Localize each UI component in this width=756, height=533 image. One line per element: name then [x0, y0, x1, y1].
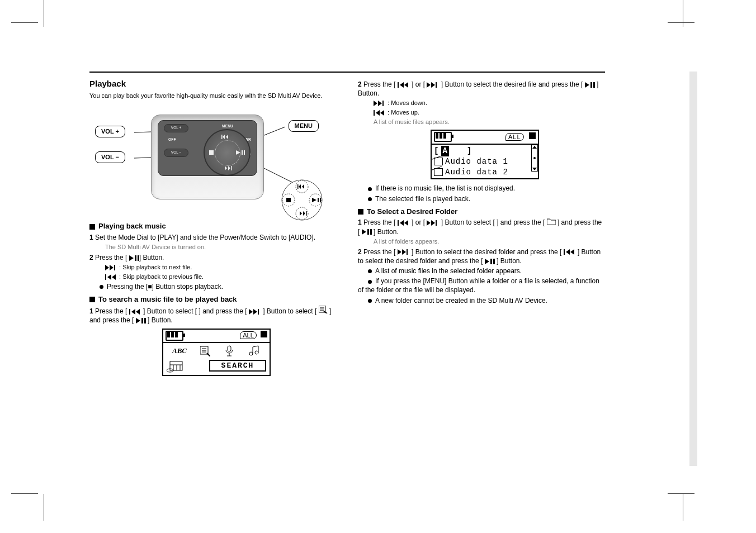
svg-rect-43	[258, 309, 259, 315]
skip-prev-icon	[129, 309, 141, 315]
svg-marker-99	[566, 249, 570, 255]
mic-icon	[224, 345, 235, 356]
svg-marker-84	[376, 110, 380, 116]
svg-rect-21	[297, 184, 299, 189]
svg-rect-94	[370, 229, 372, 235]
svg-rect-98	[564, 249, 565, 255]
scrollbar	[531, 145, 538, 172]
repeat-all-badge: ALL	[240, 331, 257, 339]
stop-icon	[261, 331, 267, 337]
svg-marker-81	[378, 101, 382, 106]
sidebar-tab	[689, 72, 697, 466]
svg-marker-49	[136, 318, 140, 323]
battery-icon	[166, 331, 183, 341]
svg-marker-42	[253, 309, 257, 315]
svg-marker-32	[105, 265, 109, 270]
svg-marker-4	[223, 135, 225, 139]
svg-marker-88	[404, 220, 408, 226]
svg-rect-50	[141, 318, 143, 323]
play-pause-icon	[129, 255, 139, 261]
subheading-search: To search a music file to be played back	[89, 294, 341, 304]
search-bullet-1: If there is no music file, the list is n…	[375, 184, 515, 192]
skip-next-icon	[105, 265, 117, 270]
play-pause-icon	[136, 318, 146, 323]
svg-rect-97	[407, 249, 408, 255]
svg-rect-30	[135, 255, 136, 261]
device-vol-up: VOL +	[164, 124, 188, 132]
svg-marker-75	[431, 82, 435, 88]
svg-marker-100	[570, 249, 574, 255]
svg-marker-77	[585, 82, 589, 88]
svg-marker-39	[131, 309, 135, 315]
folder-bullet-3: A new folder cannot be created in the SD…	[375, 297, 547, 304]
svg-rect-34	[114, 265, 115, 270]
svg-marker-33	[110, 265, 114, 270]
svg-rect-78	[590, 82, 592, 88]
folder-bullet-1: A list of music files in the selected fo…	[375, 267, 522, 275]
svg-marker-85	[380, 110, 384, 116]
svg-rect-12	[242, 150, 243, 155]
svg-rect-76	[436, 82, 437, 88]
play-pause-icon	[585, 82, 595, 88]
svg-marker-95	[398, 249, 401, 255]
skip-next-icon	[398, 249, 410, 255]
svg-rect-24	[306, 211, 307, 216]
svg-line-56	[207, 353, 210, 356]
svg-point-60	[249, 352, 253, 355]
skip-prev-icon	[105, 274, 117, 280]
audio-file-icon	[434, 168, 443, 176]
skip-next-icon	[427, 220, 439, 226]
step-2: 2 Press the [ ] Button.	[89, 253, 341, 262]
svg-marker-73	[404, 82, 408, 88]
search-step2-note: A list of music files appears.	[374, 118, 604, 126]
svg-marker-7	[225, 166, 227, 170]
abc-icon: ABC	[172, 346, 187, 356]
search-step-1: 1 Press the [ ] Button to select [ ] and…	[89, 306, 341, 325]
svg-marker-74	[427, 82, 431, 88]
audio-file-icon	[434, 158, 443, 165]
folder-step1-note: A list of folders appears.	[374, 237, 604, 246]
svg-point-61	[255, 351, 258, 354]
svg-rect-38	[129, 309, 130, 315]
skip-prev-icon	[398, 82, 410, 88]
device-vol-dn: VOL −	[164, 149, 188, 157]
search-list-icon	[319, 306, 328, 313]
svg-marker-92	[362, 229, 366, 235]
svg-rect-25	[286, 198, 291, 202]
svg-rect-13	[244, 150, 245, 155]
search-bullet-2: The selected file is played back.	[375, 195, 470, 203]
folder-icon	[547, 218, 556, 225]
subheading-playback: Playing back music	[89, 221, 341, 231]
file-row: Audio data 2	[445, 167, 508, 178]
svg-rect-10	[209, 150, 214, 155]
stop-bullet: Pressing the [■] Button stops playback.	[107, 283, 223, 291]
device-off: OFF	[168, 137, 176, 142]
svg-marker-72	[400, 82, 404, 88]
svg-marker-29	[129, 255, 134, 261]
svg-marker-101	[485, 259, 489, 264]
play-pause-icon	[362, 229, 372, 235]
svg-rect-82	[382, 101, 384, 106]
subheading-folder: To Select a Desired Folder	[358, 207, 604, 217]
skip-prev-icon	[398, 220, 410, 226]
music-note-icon	[248, 345, 261, 356]
play-pause-icon	[485, 259, 495, 264]
file-row: Audio data 1	[445, 156, 508, 167]
svg-marker-90	[431, 220, 435, 226]
svg-marker-41	[249, 309, 253, 315]
svg-rect-28	[320, 198, 321, 202]
svg-rect-51	[144, 318, 146, 323]
list-icon	[200, 345, 210, 356]
svg-rect-86	[398, 220, 399, 226]
svg-rect-71	[398, 82, 399, 88]
svg-marker-37	[112, 274, 116, 280]
dial-legend	[280, 178, 324, 222]
svg-rect-83	[374, 110, 375, 116]
svg-rect-103	[493, 259, 495, 264]
svg-marker-36	[107, 274, 111, 280]
folder-name: A	[441, 146, 448, 156]
intro-text: You can play back your favorite high-qua…	[89, 92, 341, 100]
page-title: Playback	[89, 78, 341, 89]
svg-rect-79	[593, 82, 595, 88]
skip-next-icon	[249, 309, 261, 315]
